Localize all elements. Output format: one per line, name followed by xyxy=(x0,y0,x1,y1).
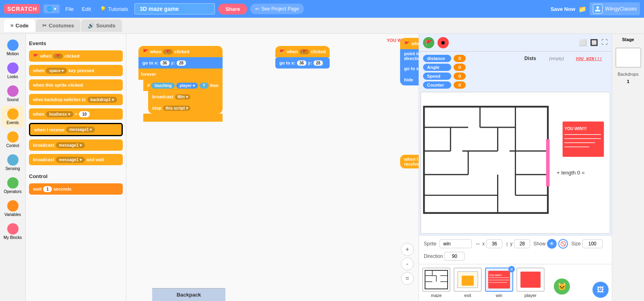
category-myblocks[interactable]: My Blocks xyxy=(2,221,24,242)
show-visible-button[interactable]: 👁 xyxy=(547,239,557,249)
cb-point-direction[interactable]: point in direction 90 xyxy=(400,49,419,63)
zoom-out-button[interactable]: - xyxy=(401,257,414,270)
show-label: Show xyxy=(533,241,545,247)
exit-thumb-label: exit xyxy=(464,293,471,298)
sound-label: Sound xyxy=(7,98,19,102)
costumes-icon: ✂ xyxy=(42,23,47,29)
block-when-backdrop[interactable]: when backdrop switches to backdrop1 ▾ xyxy=(29,94,123,105)
size-field: Size xyxy=(571,239,602,248)
category-motion[interactable]: Motion xyxy=(2,37,24,58)
block-when-flag[interactable]: 🚩 when 🚩 clicked xyxy=(29,50,123,62)
folder-icon[interactable]: 📁 xyxy=(578,5,586,13)
code-stack-1: 🚩 when 🚩 clicked go to x: 36 y: 28 forev… xyxy=(138,46,223,122)
backpack[interactable]: Backpack xyxy=(152,288,225,301)
cb-broadcast-win[interactable]: broadcast Win ▾ xyxy=(148,91,223,102)
save-now-button[interactable]: Save Now xyxy=(551,6,575,12)
cb-hide[interactable]: hide xyxy=(400,74,419,85)
tutorials-button[interactable]: 💡 Tutorials xyxy=(97,4,131,14)
sprite-exit-img xyxy=(454,268,482,292)
cb-goto-3[interactable]: go to x: 36 y: 28 xyxy=(400,63,419,74)
code-stack-2: 🚩 when 🚩 clicked go to x: 36 y: 28 xyxy=(275,46,330,69)
myblocks-label: My Blocks xyxy=(4,235,22,240)
project-name-input[interactable] xyxy=(134,3,215,15)
cb-when-flag-3[interactable]: 🚩 when 🚩 clicked xyxy=(400,38,419,49)
category-sensing[interactable]: Sensing xyxy=(2,152,24,173)
tab-sounds[interactable]: 🔊 Sounds xyxy=(81,19,122,32)
operators-circle xyxy=(7,177,19,189)
direction-input[interactable] xyxy=(444,252,464,261)
file-menu[interactable]: File xyxy=(63,4,76,14)
category-sound[interactable]: Sound xyxy=(2,83,24,104)
stop-button[interactable]: ⏹ xyxy=(438,37,449,48)
see-project-button[interactable]: ↩ See Project Page xyxy=(250,4,303,14)
cb-when-receive-canvas[interactable]: when I receive message1 ▾ xyxy=(400,155,419,168)
scratch-logo[interactable]: SCRATCH xyxy=(4,4,40,14)
tab-code-label: Code xyxy=(16,23,29,29)
zoom-reset-button[interactable]: = xyxy=(401,272,414,285)
var-distance: distance 0 Dists (empty) YOU WIN!!! xyxy=(423,55,608,62)
cb-forever[interactable]: forever xyxy=(138,69,223,80)
sounds-icon: 🔊 xyxy=(88,23,94,29)
sprite-thumb-win[interactable]: ✕ YOU WIN!!! win xyxy=(485,268,513,298)
show-hidden-button[interactable]: 🚫 xyxy=(558,239,568,249)
block-broadcast[interactable]: broadcast message1 ▾ xyxy=(29,139,123,151)
add-sprite-button[interactable]: 🐱 xyxy=(554,278,570,295)
stage-small-icon[interactable]: ⬜ xyxy=(579,39,587,46)
topbar: SCRATCH 🌐 ▾ File Edit 💡 Tutorials Share … xyxy=(0,0,644,18)
category-looks[interactable]: Looks xyxy=(2,60,24,81)
block-when-key[interactable]: when space ▾ key pressed xyxy=(29,65,123,76)
flag-icon-2: 🚩 xyxy=(279,49,285,54)
looks-label: Looks xyxy=(7,75,18,79)
block-when-sprite-clicked[interactable]: when this sprite clicked xyxy=(29,79,123,91)
stage-panel: Stage Backdrops 1 xyxy=(612,34,644,301)
category-operators[interactable]: Operators xyxy=(2,175,24,196)
cb-when-flag-2[interactable]: 🚩 when 🚩 clicked xyxy=(275,46,330,57)
globe-button[interactable]: 🌐 ▾ xyxy=(43,4,60,13)
sprite-thumb-exit[interactable]: exit xyxy=(454,268,482,298)
green-flag-button[interactable]: 🚩 xyxy=(423,37,434,48)
cb-goto-2[interactable]: go to x: 36 y: 28 xyxy=(275,57,330,69)
tab-costumes[interactable]: ✂ Costumes xyxy=(36,19,80,32)
lightbulb-icon: 💡 xyxy=(100,6,106,12)
speed-label: Speed xyxy=(423,73,451,80)
cb-if-touching[interactable]: if touching player ▾ ? then xyxy=(143,80,223,91)
y-coord: ↕ y xyxy=(506,239,530,248)
block-broadcast-wait[interactable]: broadcast message1 ▾ and wait xyxy=(29,154,123,165)
size-input[interactable] xyxy=(582,239,603,248)
y-input[interactable] xyxy=(514,239,530,248)
sprite-thumb-maze[interactable]: maze xyxy=(422,268,450,298)
stage-thumbnail[interactable] xyxy=(615,48,641,68)
category-events[interactable]: Events xyxy=(2,106,24,127)
zoom-in-button[interactable]: + xyxy=(401,243,414,256)
cb-stop-script[interactable]: stop this script ▾ xyxy=(148,102,223,114)
counter-label: Counter xyxy=(423,81,451,89)
x-input[interactable] xyxy=(486,239,502,248)
edit-menu[interactable]: Edit xyxy=(79,4,93,14)
maze-svg: YOU WIN!!! + length 0 = xyxy=(421,92,610,233)
right-panel: 🚩 ⏹ ⬜ 🔲 ⛶ distance 0 Dists (empty) YOU W… xyxy=(419,34,612,301)
block-wait[interactable]: wait 1 seconds xyxy=(29,183,123,195)
tab-code[interactable]: ≡ Code xyxy=(4,19,35,32)
sprite-name-input[interactable] xyxy=(440,239,472,248)
myblocks-circle xyxy=(7,223,19,235)
share-button[interactable]: Share xyxy=(218,4,247,15)
cb-goto-1[interactable]: go to x: 36 y: 28 xyxy=(138,57,223,69)
stage-normal-icon[interactable]: 🔲 xyxy=(590,39,598,46)
stage-fullscreen-icon[interactable]: ⛶ xyxy=(601,39,608,46)
category-control[interactable]: Control xyxy=(2,129,24,150)
canvas-area[interactable]: YOU WIN!!! 🚩 when 🚩 clicked go to x: 36 … xyxy=(126,34,419,301)
sprite-player-img xyxy=(516,268,545,292)
tab-costumes-label: Costumes xyxy=(49,23,74,29)
see-project-label: See Project Page xyxy=(261,6,299,12)
add-backdrop-button[interactable]: 🖼 xyxy=(592,282,609,298)
category-variables[interactable]: Variables xyxy=(2,198,24,219)
svg-text:YOU WIN!!!: YOU WIN!!! xyxy=(489,274,502,276)
block-when-loudness[interactable]: when loudness ▾ > 10 xyxy=(29,108,123,120)
svg-text:YOU WIN!!!: YOU WIN!!! xyxy=(564,127,587,131)
distance-value: 0 xyxy=(454,55,466,62)
categories-panel: Motion Looks Sound Events Control Sensin… xyxy=(0,34,26,301)
sprite-thumb-player[interactable]: player xyxy=(516,268,545,298)
cb-when-flag-1[interactable]: 🚩 when 🚩 clicked xyxy=(138,46,223,57)
block-when-receive[interactable]: when I receive message1 ▾ xyxy=(29,123,123,136)
user-menu[interactable]: WiingyClasses xyxy=(590,2,640,15)
